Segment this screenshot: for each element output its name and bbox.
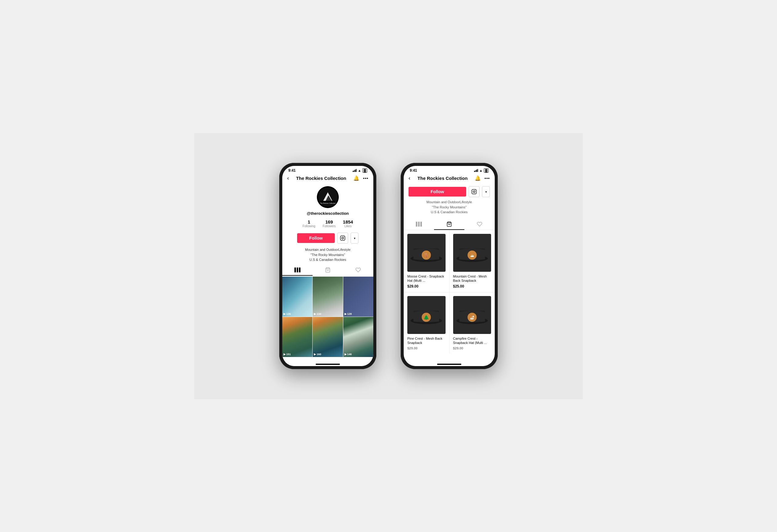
page-title-right: The Rockies Collection [418, 176, 468, 181]
back-button-left[interactable]: ‹ [287, 175, 289, 181]
status-bar-right: 9:41 ▲ ▓ [404, 166, 495, 174]
hat-svg-1: 🦌 [409, 236, 443, 270]
dropdown-button-right[interactable]: ▾ [482, 186, 490, 197]
wifi-icon-right: ▲ [479, 169, 482, 172]
avatar-container: The Rockies Collection [317, 186, 339, 208]
more-icon-right[interactable]: ••• [484, 176, 490, 181]
nav-icons-left: 🔔 ••• [353, 175, 368, 181]
product-image-1: 🦌 [407, 234, 446, 272]
status-icons-left: ▲ ▓ [353, 168, 367, 172]
bell-icon-right[interactable]: 🔔 [475, 175, 481, 181]
follow-row-left: Follow ▾ [297, 233, 358, 244]
home-indicator-right [404, 362, 495, 366]
product-card-4[interactable]: 🏕 Campfire Crest - Snapback Hat (Multi .… [449, 292, 495, 354]
instagram-icon-right [471, 189, 477, 194]
back-button-right[interactable]: ‹ [409, 175, 410, 181]
dropdown-button-left[interactable]: ▾ [351, 233, 358, 244]
svg-point-14 [473, 191, 475, 192]
product-image-2: ⛰ [453, 234, 491, 272]
instagram-button-right[interactable] [469, 186, 479, 197]
svg-point-8 [344, 237, 344, 237]
signal-icon [353, 169, 357, 172]
scene: 9:41 ▲ ▓ ‹ The Rockies Collection [194, 133, 583, 399]
shop-tab-videos[interactable] [404, 219, 434, 230]
product-card-3[interactable]: 🌲 Pine Crest - Mesh Back Snapback $29.00 [404, 292, 449, 354]
nav-bar-left: ‹ The Rockies Collection 🔔 ••• [282, 174, 373, 184]
svg-point-7 [342, 237, 344, 239]
grid-icon-right [416, 222, 422, 227]
status-bar-left: 9:41 ▲ ▓ [282, 166, 373, 174]
following-count: 1 [303, 219, 315, 225]
product-grid: 🦌 Moose Crest - Snapback Hat (Multi ... … [404, 230, 495, 354]
following-label: Following [303, 225, 315, 228]
follow-button-left[interactable]: Follow [297, 233, 335, 243]
bag-icon-right [446, 222, 452, 227]
shop-bio-line3: U.S & Canadian Rockies [431, 210, 467, 214]
svg-rect-9 [295, 268, 296, 272]
video-count-5: ▶160 [314, 353, 321, 356]
phone-left: 9:41 ▲ ▓ ‹ The Rockies Collection [279, 163, 376, 369]
product-name-4: Campfire Crest - Snapback Hat (Multi ... [453, 337, 491, 345]
video-cell-5[interactable]: ▶160 [313, 317, 343, 357]
followers-count: 169 [323, 219, 336, 225]
stat-following: 1 Following [303, 219, 315, 228]
hat-svg-2: ⛰ [455, 236, 489, 270]
time-right: 9:41 [410, 168, 417, 172]
shop-header: Follow ▾ Mountain and OutdoorLifestyle [404, 184, 495, 219]
svg-text:The Rockies Collection: The Rockies Collection [320, 202, 335, 204]
svg-rect-16 [416, 222, 417, 227]
svg-text:🦌: 🦌 [423, 252, 429, 258]
battery-icon: ▓ [362, 168, 367, 172]
avatar-svg: The Rockies Collection [317, 186, 339, 208]
followers-label: Followers [323, 225, 336, 228]
product-card-1[interactable]: 🦌 Moose Crest - Snapback Hat (Multi ... … [404, 230, 449, 292]
svg-text:🌲: 🌲 [423, 315, 429, 320]
phone-right: 9:41 ▲ ▓ ‹ The Rockies Collection [401, 163, 498, 369]
bell-icon-left[interactable]: 🔔 [353, 175, 359, 181]
username: @therockiescollection [307, 211, 349, 216]
follow-button-right[interactable]: Follow [409, 187, 466, 196]
wifi-icon: ▲ [358, 169, 361, 172]
svg-rect-10 [297, 268, 298, 272]
video-count-2: ▶134 [314, 312, 321, 315]
shop-tab-products[interactable] [434, 219, 464, 230]
product-image-4: 🏕 [453, 296, 491, 334]
video-count-1: ▶126 [284, 312, 291, 315]
product-card-2[interactable]: ⛰ Mountain Crest - Mesh Back Snapback $2… [449, 230, 495, 292]
tab-videos[interactable] [282, 265, 313, 276]
svg-rect-18 [420, 222, 422, 227]
svg-point-15 [475, 190, 476, 191]
video-cell-3[interactable]: ▶128 [343, 277, 373, 317]
hat-svg-4: 🏕 [455, 298, 489, 332]
likes-label: Likes [343, 225, 353, 228]
home-bar-left [316, 364, 340, 365]
stat-likes: 1854 Likes [343, 219, 353, 228]
bio-line3: U.S & Canadian Rockies [309, 258, 346, 261]
avatar: The Rockies Collection [317, 186, 339, 208]
instagram-button-left[interactable] [337, 233, 348, 244]
product-price-4: $29.00 [453, 347, 491, 350]
video-cell-1[interactable]: ▶126 [282, 277, 312, 317]
tab-liked[interactable] [343, 265, 373, 276]
more-icon-left[interactable]: ••• [363, 176, 368, 181]
video-cell-4[interactable]: ▶151 [282, 317, 312, 357]
video-count-6: ▶146 [344, 353, 352, 356]
product-image-3: 🌲 [407, 296, 446, 334]
tab-shop[interactable] [313, 265, 343, 276]
likes-count: 1854 [343, 219, 353, 225]
product-price-1: $29.00 [407, 284, 446, 288]
shop-bio-line2: "The Rocky Mountains" [432, 205, 466, 209]
time-left: 9:41 [288, 168, 296, 172]
nav-icons-right: 🔔 ••• [475, 175, 490, 181]
product-name-2: Mountain Crest - Mesh Back Snapback [453, 274, 491, 283]
video-cell-6[interactable]: ▶146 [343, 317, 373, 357]
svg-rect-11 [299, 268, 301, 272]
shop-icon [325, 267, 331, 273]
signal-icon-right [474, 169, 478, 172]
heart-icon-right [477, 222, 482, 227]
grid-icon [295, 268, 301, 272]
bio-left: Mountain and OutdoorLifestyle "The Rocky… [299, 247, 357, 262]
video-cell-2[interactable]: ▶134 [313, 277, 343, 317]
bio-right: Mountain and OutdoorLifestyle "The Rocky… [409, 200, 490, 215]
shop-tab-liked[interactable] [464, 219, 495, 230]
